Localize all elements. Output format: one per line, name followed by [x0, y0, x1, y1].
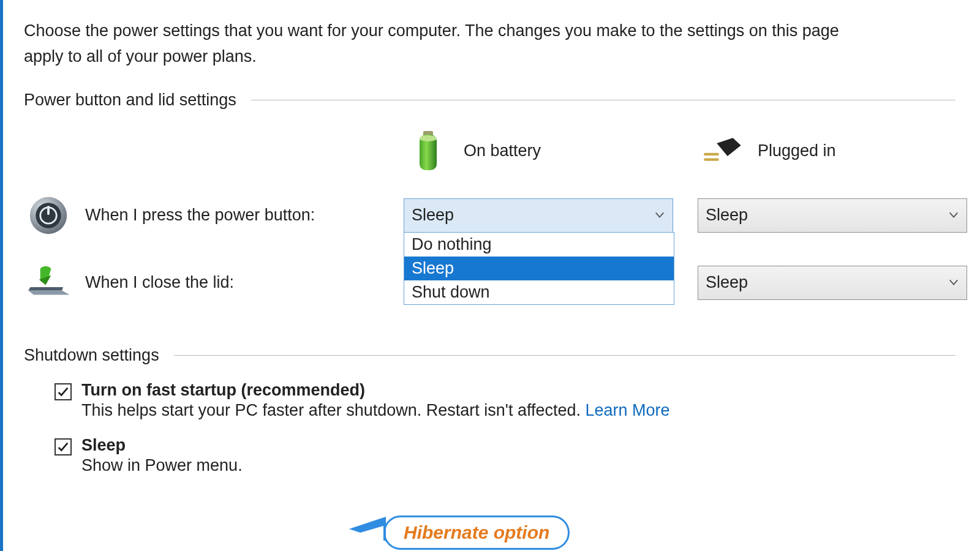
section-title: Shutdown settings: [24, 346, 159, 365]
select-value: Sleep: [412, 206, 454, 225]
row-close-lid-label: When I close the lid:: [85, 271, 234, 293]
svg-rect-3: [704, 152, 719, 155]
fast-startup-checkbox[interactable]: [55, 383, 72, 400]
section-divider: [174, 355, 956, 356]
svg-point-2: [420, 135, 437, 141]
annotation-text: Hibernate option: [383, 515, 570, 550]
row-close-lid: When I close the lid:: [24, 249, 379, 317]
column-on-battery-label: On battery: [464, 141, 541, 160]
power-button-icon: [24, 191, 73, 240]
power-button-plugged-select[interactable]: Sleep: [698, 198, 967, 233]
sleep-desc: Show in Power menu.: [81, 456, 243, 475]
close-lid-plugged-select[interactable]: Sleep: [698, 266, 967, 300]
column-plugged-in: Plugged in: [698, 121, 967, 182]
section-title: Power button and lid settings: [24, 91, 236, 110]
sleep-title: Sleep: [81, 436, 243, 455]
intro-text: Choose the power settings that you want …: [24, 18, 851, 70]
select-value: Sleep: [706, 206, 748, 225]
select-value: Sleep: [706, 273, 748, 292]
shutdown-settings-list: Turn on fast startup (recommended) This …: [55, 381, 956, 475]
power-button-battery-dropdown: Do nothing Sleep Shut down: [404, 232, 674, 305]
section-power-button-lid: Power button and lid settings: [24, 91, 956, 110]
fast-startup-title: Turn on fast startup (recommended): [81, 381, 670, 400]
fast-startup-desc: This helps start your PC faster after sh…: [81, 401, 670, 420]
battery-icon: [404, 127, 453, 176]
section-divider: [251, 100, 956, 100]
learn-more-link[interactable]: Learn More: [586, 401, 670, 419]
laptop-lid-icon: [24, 258, 73, 307]
chevron-down-icon: [948, 206, 959, 225]
chevron-down-icon: [948, 273, 959, 292]
dropdown-option-do-nothing[interactable]: Do nothing: [404, 233, 674, 257]
column-on-battery: On battery: [404, 121, 673, 182]
annotation-callout: Hibernate option: [349, 515, 570, 550]
chevron-down-icon: [654, 206, 665, 225]
row-power-button: When I press the power button:: [24, 182, 379, 249]
dropdown-option-shut-down[interactable]: Shut down: [404, 280, 674, 304]
dropdown-option-sleep[interactable]: Sleep: [404, 257, 674, 280]
section-shutdown: Shutdown settings: [24, 346, 956, 365]
plug-icon: [698, 127, 747, 176]
power-options-pane: Choose the power settings that you want …: [3, 0, 980, 475]
row-power-button-label: When I press the power button:: [85, 204, 315, 226]
power-settings-grid: On battery Plugged in: [24, 121, 956, 317]
fast-startup-option: Turn on fast startup (recommended) This …: [55, 381, 956, 420]
svg-rect-4: [704, 158, 719, 160]
column-plugged-in-label: Plugged in: [758, 141, 836, 160]
power-button-battery-select[interactable]: Sleep Do nothing Sleep Shut down: [404, 198, 673, 233]
sleep-option: Sleep Show in Power menu.: [55, 436, 956, 475]
sleep-checkbox[interactable]: [55, 438, 72, 455]
svg-rect-8: [47, 206, 50, 215]
